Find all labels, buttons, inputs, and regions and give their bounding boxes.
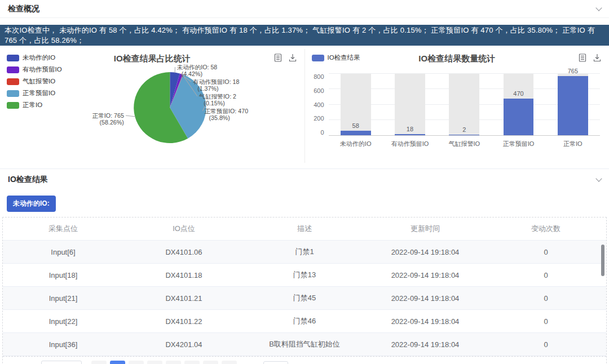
overview-title: 检查概况 [8,4,39,14]
table-header-row: 采集点位IO点位描述更新时间变动次数 [3,217,606,241]
legend-label: 气缸报警IO [23,77,55,86]
bar-column: 765 [546,74,600,135]
filter-row: 未动作的IO: [0,190,609,217]
collapse-chevron-icon[interactable] [595,5,602,11]
x-axis-label: 正常预留IO [491,140,545,148]
table-cell: Input[21] [3,287,123,310]
results-table-container: 采集点位IO点位描述更新时间变动次数 Input[6]DX4101.06门禁12… [2,217,607,364]
pagination: 共 58 条 10条/页 123456 前往 页 [3,356,606,364]
table-cell: 2022-09-14 19:18:04 [365,287,486,310]
download-icon[interactable] [289,54,297,62]
page-button-5[interactable]: 5 [184,361,200,364]
table-body: Input[6]DX4101.06门禁12022-09-14 19:18:040… [3,241,606,356]
svg-text:有动作预留IO: 18: 有动作预留IO: 18 [193,78,240,85]
table-cell: Input[36] [3,333,123,356]
bar-value-label: 2 [437,126,491,133]
bar-cols: 58182470765 [329,74,601,135]
svg-text:未动作的IO: 58: 未动作的IO: 58 [177,64,218,70]
svg-text:(4.42%): (4.42%) [182,70,202,77]
bar-column: 2 [437,74,491,135]
scrollbar-thumb[interactable] [601,245,604,276]
x-axis-label: 气缸报警IO [437,140,491,148]
table-cell: 门禁1 [244,241,365,264]
y-tick-label: 800 [314,74,324,80]
svg-text:(35.8%): (35.8%) [209,114,230,121]
bar-y-axis: 8006004002000 [308,74,329,136]
legend-marker [7,102,19,109]
table-row: Input[18]DX4101.18门禁132022-09-14 19:18:0… [3,264,606,287]
table-cell: 0 [486,333,606,356]
legend-item[interactable]: 正常预留IO [7,89,62,97]
column-header: IO点位 [123,217,244,241]
pie-chart-panel: IO检查结果占比统计 未动作的IO有动作预留IO气缸报警IO正常预留IO正常IO… [0,49,305,163]
collapse-chevron-icon[interactable] [595,175,602,181]
svg-text:(0.15%): (0.15%) [204,100,224,106]
data-view-icon[interactable] [274,54,282,62]
page-button-6[interactable]: 6 [203,361,218,364]
bar-value-label: 765 [546,68,600,74]
legend-marker [312,55,324,61]
page-button-3[interactable]: 3 [147,361,162,364]
overview-section-header: 检查概况 [0,0,609,18]
bar-column: 18 [383,74,437,135]
results-section-header: IO检查结果 [0,168,609,190]
bar [395,134,425,135]
svg-text:(58.26%): (58.26%) [100,119,124,126]
legend-marker [7,90,19,97]
bar-value-label: 470 [491,90,545,97]
legend-item[interactable]: 有动作预留IO [7,65,62,74]
table-cell: Input[18] [3,264,123,287]
legend-item[interactable]: 未动作的IO [7,54,62,62]
table-cell: 0 [486,287,606,310]
table-cell: 0 [486,264,606,287]
next-page-button[interactable] [222,361,237,364]
svg-text:(1.37%): (1.37%) [197,85,218,92]
bar [504,99,534,135]
table-row: Input[6]DX4101.06门禁12022-09-14 19:18:040 [3,241,606,264]
column-header: 变动次数 [486,217,606,241]
x-axis-label: 有动作预留IO [383,140,437,148]
page-button-1[interactable]: 1 [110,361,125,364]
page-button-2[interactable]: 2 [129,361,144,364]
chart-toolbox [579,54,601,62]
table-row: Input[22]DX4101.22门禁462022-09-14 19:18:0… [3,310,606,333]
legend-label: IO检查结果 [328,54,360,62]
legend-label: 有动作预留IO [23,65,62,74]
filter-badge[interactable]: 未动作的IO: [7,196,56,212]
table-cell: 0 [486,310,606,333]
table-cell: Input[6] [3,241,123,264]
bar-column: 470 [491,74,545,135]
legend-item[interactable]: 正常IO [7,101,62,109]
bar-x-axis: 未动作的IO有动作预留IO气缸报警IO正常预留IO正常IO [329,140,601,148]
bar [449,135,479,136]
download-icon[interactable] [593,54,601,62]
prev-page-button[interactable] [91,361,107,364]
bar [558,76,588,135]
page-size-select[interactable]: 10条/页 [41,361,82,364]
table-cell: 2022-09-14 19:18:04 [365,333,486,356]
data-view-icon[interactable] [579,54,586,62]
page-button-4[interactable]: 4 [166,361,181,364]
table-cell: 0 [486,241,606,264]
y-tick-label: 400 [314,102,324,108]
bar-chart: 8006004002000 58182470765 未动作的IO有动作预留IO气… [308,74,601,148]
legend-item[interactable]: 气缸报警IO [7,77,62,86]
column-header: 采集点位 [3,217,123,241]
goto-page-input[interactable] [263,361,288,364]
y-tick-label: 200 [314,116,324,122]
bar-plot: 58182470765 [329,74,601,136]
table-cell: DX4101.06 [123,241,244,264]
table-cell: 2022-09-14 19:18:04 [365,310,486,333]
chart-toolbox [274,54,297,62]
summary-banner: 本次IO检查中， 未动作的IO 有 58 个，占比 4.42%； 有动作预留IO… [0,25,609,46]
bar-legend-item[interactable]: IO检查结果 [312,54,360,62]
legend-marker [7,66,19,73]
y-tick-label: 0 [320,130,324,136]
svg-text:正常IO: 765: 正常IO: 765 [92,112,124,119]
x-axis-label: 正常IO [546,140,600,148]
legend-marker [7,55,19,61]
column-header: 描述 [244,217,365,241]
legend-label: 正常预留IO [23,89,55,97]
bar-value-label: 58 [329,122,383,129]
pager-pages: 123456 [108,361,220,364]
